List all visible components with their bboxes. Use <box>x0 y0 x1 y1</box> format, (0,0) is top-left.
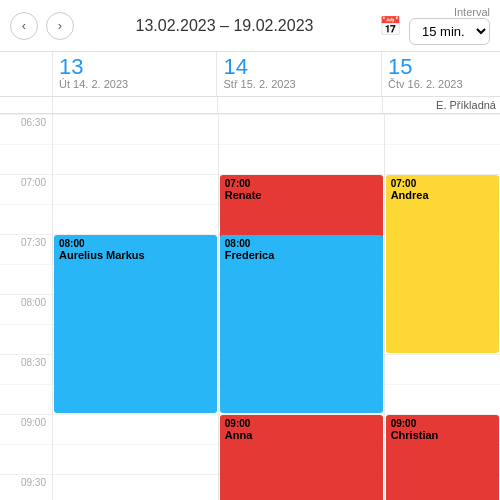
slot-row <box>385 384 500 414</box>
next-week-button[interactable]: › <box>46 12 74 40</box>
grid-inner: 06:3007:0007:3008:0008:3009:0009:30 08:0… <box>0 114 500 500</box>
slot-row <box>53 444 218 474</box>
emp-cell-1 <box>217 97 382 113</box>
time-grid[interactable]: 06:3007:0007:3008:0008:3009:0009:30 08:0… <box>0 114 500 500</box>
slot-row <box>53 114 218 144</box>
day-col-0: 08:00Aurelius Markus <box>52 114 218 500</box>
day-header-1: 14 Stř 15. 2. 2023 <box>216 52 380 96</box>
calendar-icon[interactable]: 📅 <box>379 15 401 37</box>
slot-row <box>219 114 384 144</box>
slot-row <box>53 144 218 174</box>
slot-row <box>53 474 218 500</box>
calendar-body: 13 Út 14. 2. 2023 14 Stř 15. 2. 2023 15 … <box>0 52 500 500</box>
day-name-0: Út 14. 2. 2023 <box>59 78 210 90</box>
interval-select[interactable]: 15 min. 5 min. 10 min. 30 min. 60 min. <box>409 18 490 45</box>
event-aurelius-markus[interactable]: 08:00Aurelius Markus <box>54 235 217 413</box>
time-gutter: 06:3007:0007:3008:0008:3009:0009:30 <box>0 114 52 500</box>
time-label-9 <box>0 384 52 414</box>
emp-cell-0 <box>52 97 217 113</box>
slot-row <box>385 144 500 174</box>
day-num-0: 13 <box>59 56 210 78</box>
time-label-5 <box>0 264 52 294</box>
slot-row <box>385 114 500 144</box>
calendar-header: ‹ › 13.02.2023 – 19.02.2023 📅 Interval 1… <box>0 0 500 52</box>
day-col-2: 07:00Andrea09:00Christian <box>384 114 500 500</box>
day-headers: 13 Út 14. 2. 2023 14 Stř 15. 2. 2023 15 … <box>0 52 500 97</box>
event-andrea[interactable]: 07:00Andrea <box>386 175 499 353</box>
time-label-2: 07:00 <box>0 174 52 204</box>
time-label-11 <box>0 444 52 474</box>
time-label-3 <box>0 204 52 234</box>
emp-cell-2: E. Příkladná <box>382 97 500 113</box>
date-range: 13.02.2023 – 19.02.2023 <box>82 17 367 35</box>
day-header-2: 15 Čtv 16. 2. 2023 <box>381 52 500 96</box>
day-header-0: 13 Út 14. 2. 2023 <box>52 52 216 96</box>
slot-row <box>219 144 384 174</box>
day-name-2: Čtv 16. 2. 2023 <box>388 78 494 90</box>
day-columns: 08:00Aurelius Markus 07:00Renate08:00Fre… <box>52 114 500 500</box>
time-label-0: 06:30 <box>0 114 52 144</box>
gutter-emp <box>0 97 52 113</box>
day-num-2: 15 <box>388 56 494 78</box>
interval-label: Interval <box>454 6 490 18</box>
slot-row <box>53 204 218 234</box>
event-christian[interactable]: 09:00Christian <box>386 415 499 500</box>
day-name-1: Stř 15. 2. 2023 <box>223 78 374 90</box>
day-num-1: 14 <box>223 56 374 78</box>
prev-week-button[interactable]: ‹ <box>10 12 38 40</box>
time-label-8: 08:30 <box>0 354 52 384</box>
time-label-6: 08:00 <box>0 294 52 324</box>
time-label-7 <box>0 324 52 354</box>
time-label-4: 07:30 <box>0 234 52 264</box>
time-label-1 <box>0 144 52 174</box>
gutter-header <box>0 52 52 96</box>
slot-row <box>53 414 218 444</box>
slot-row <box>385 354 500 384</box>
event-frederica[interactable]: 08:00Frederica <box>220 235 383 413</box>
slot-row <box>53 174 218 204</box>
event-anna[interactable]: 09:00Anna <box>220 415 383 500</box>
time-label-10: 09:00 <box>0 414 52 444</box>
day-col-1: 07:00Renate08:00Frederica09:00Anna <box>218 114 384 500</box>
time-label-12: 09:30 <box>0 474 52 500</box>
employee-row: E. Příkladná <box>0 97 500 114</box>
